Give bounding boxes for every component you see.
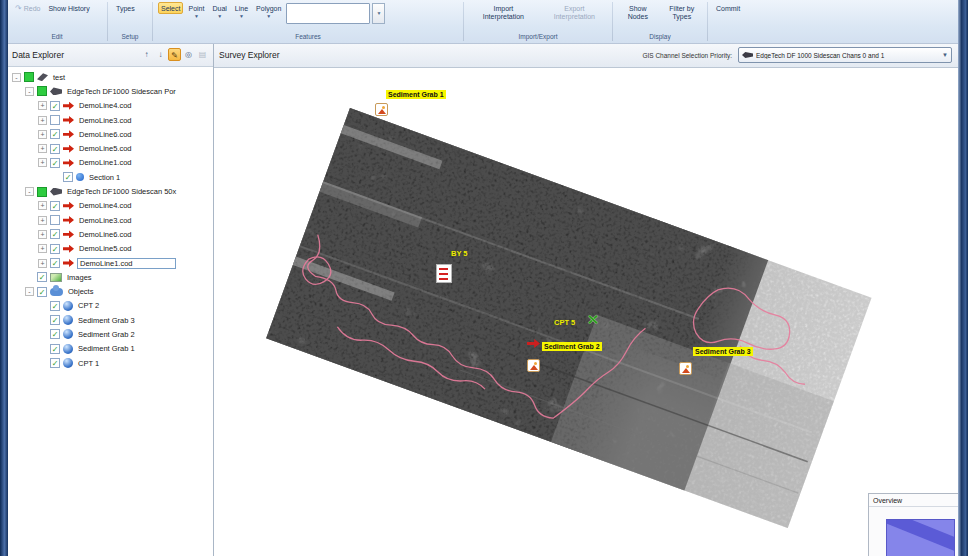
tree-item-demoline5-cod[interactable]: +✓DemoLine5.cod: [8, 242, 213, 256]
ribbon-button-export-interpretation[interactable]: Export Interpretation: [540, 2, 609, 22]
tree-item-cpt-2[interactable]: ✓CPT 2: [8, 299, 213, 313]
list-view-icon[interactable]: ▤: [196, 48, 209, 61]
ribbon-button-redo[interactable]: ↷Redo: [12, 2, 43, 14]
ribbon-button-import-interpretation[interactable]: Import Interpretation: [469, 2, 538, 22]
star-marker-icon[interactable]: [587, 314, 598, 325]
expander-icon[interactable]: +: [38, 144, 47, 153]
tree-item-label[interactable]: Sediment Grab 2: [76, 330, 137, 339]
tree-item-demoline3-cod[interactable]: +DemoLine3.cod: [8, 113, 213, 127]
checkbox[interactable]: ✓: [37, 272, 47, 282]
map-label-cpt-5[interactable]: CPT 5: [554, 318, 575, 327]
ribbon-button-filter-by-types[interactable]: Filter by Types: [660, 2, 704, 22]
edit-tool-icon[interactable]: ✎: [168, 48, 181, 61]
tree-item-demoline4-cod[interactable]: +✓DemoLine4.cod: [8, 199, 213, 213]
tree-item-label[interactable]: CPT 1: [76, 359, 101, 368]
tree-item-label[interactable]: DemoLine5.cod: [77, 244, 134, 253]
expander-icon[interactable]: +: [38, 158, 47, 167]
ribbon-button-commit[interactable]: Commit: [713, 2, 743, 14]
contact-marker-icon[interactable]: [436, 264, 452, 283]
grab-marker-icon[interactable]: [375, 103, 388, 116]
map-label-sediment-grab-1[interactable]: Sediment Grab 1: [386, 90, 446, 99]
tree-item-demoline1-cod[interactable]: +✓DemoLine1.cod: [8, 156, 213, 170]
expander-icon[interactable]: -: [12, 73, 21, 82]
ribbon-button-point[interactable]: Point▼: [185, 2, 207, 20]
tree-item-demoline6-cod[interactable]: +✓DemoLine6.cod: [8, 227, 213, 241]
checkbox[interactable]: [50, 115, 60, 125]
tree-item-label[interactable]: DemoLine3.cod: [77, 216, 134, 225]
ribbon-button-select[interactable]: Select: [158, 2, 183, 14]
checkbox[interactable]: ✓: [50, 301, 60, 311]
expander-icon[interactable]: +: [38, 216, 47, 225]
tree-item-label[interactable]: Sediment Grab 1: [76, 344, 137, 353]
expander-icon[interactable]: +: [38, 130, 47, 139]
ribbon-button-show-nodes[interactable]: Show Nodes: [618, 2, 658, 22]
map-label-sediment-grab-3[interactable]: Sediment Grab 3: [693, 347, 753, 356]
checkbox[interactable]: ✓: [50, 158, 60, 168]
expander-icon[interactable]: +: [38, 201, 47, 210]
tree-item-edgetech-df1000-sidescan-50x[interactable]: -EdgeTech DF1000 Sidescan 50x: [8, 184, 213, 198]
window-scrollbar-right[interactable]: [958, 0, 968, 556]
tree-item-section-1[interactable]: ✓Section 1: [8, 170, 213, 184]
move-up-icon[interactable]: ↑: [140, 48, 153, 61]
map-label-sediment-grab-2[interactable]: Sediment Grab 2: [542, 342, 602, 351]
checkbox[interactable]: ✓: [63, 172, 73, 182]
locate-icon[interactable]: ◎: [182, 48, 195, 61]
tree-item-label[interactable]: CPT 2: [76, 301, 101, 310]
expander-icon[interactable]: +: [38, 230, 47, 239]
tree-item-label[interactable]: DemoLine1.cod: [77, 258, 176, 269]
tree-item-demoline6-cod[interactable]: +✓DemoLine6.cod: [8, 127, 213, 141]
checkbox[interactable]: ✓: [50, 329, 60, 339]
tree-item-label[interactable]: EdgeTech DF1000 Sidescan Por: [65, 87, 178, 96]
ribbon-button-line[interactable]: Line▼: [232, 2, 251, 20]
tree-item-label[interactable]: Sediment Grab 3: [76, 316, 137, 325]
map-label-by-5[interactable]: BY 5: [451, 249, 468, 258]
tree-item-label[interactable]: DemoLine5.cod: [77, 144, 134, 153]
grab-marker-icon[interactable]: [679, 362, 692, 375]
expander-icon[interactable]: -: [25, 187, 34, 196]
ribbon-button-show-history[interactable]: Show History: [45, 2, 92, 14]
tree-item-label[interactable]: DemoLine6.cod: [77, 130, 134, 139]
tree-item-images[interactable]: ✓Images: [8, 270, 213, 284]
tree-item-sediment-grab-3[interactable]: ✓Sediment Grab 3: [8, 313, 213, 327]
checkbox[interactable]: ✓: [50, 358, 60, 368]
tree-item-objects[interactable]: -✓Objects: [8, 284, 213, 298]
tree-item-demoline5-cod[interactable]: +✓DemoLine5.cod: [8, 141, 213, 155]
tree-item-demoline1-cod[interactable]: +✓DemoLine1.cod: [8, 256, 213, 270]
checkbox[interactable]: ✓: [50, 129, 60, 139]
overview-map[interactable]: [886, 519, 955, 556]
tree-item-label[interactable]: EdgeTech DF1000 Sidescan 50x: [65, 187, 178, 196]
tree-item-label[interactable]: Images: [65, 273, 94, 282]
group-color-checkbox[interactable]: [37, 187, 47, 197]
checkbox[interactable]: ✓: [37, 287, 47, 297]
expander-icon[interactable]: -: [25, 287, 34, 296]
checkbox[interactable]: [50, 215, 60, 225]
tree-item-label[interactable]: test: [51, 73, 67, 82]
group-color-checkbox[interactable]: [37, 86, 47, 96]
tree-item-label[interactable]: DemoLine1.cod: [77, 158, 134, 167]
ribbon-button-types[interactable]: Types: [113, 2, 138, 14]
tree-item-edgetech-df1000-sidescan-por[interactable]: -EdgeTech DF1000 Sidescan Por: [8, 84, 213, 98]
expander-icon[interactable]: +: [38, 244, 47, 253]
tree-item-label[interactable]: Section 1: [87, 173, 122, 182]
channel-priority-dropdown[interactable]: EdgeTech DF 1000 Sidescan Chans 0 and 1 …: [738, 47, 952, 63]
checkbox[interactable]: ✓: [50, 244, 60, 254]
tree-item-test[interactable]: -test: [8, 70, 213, 84]
tree-item-label[interactable]: DemoLine4.cod: [77, 201, 134, 210]
tree-item-sediment-grab-1[interactable]: ✓Sediment Grab 1: [8, 342, 213, 356]
move-down-icon[interactable]: ↓: [154, 48, 167, 61]
features-combobox[interactable]: [286, 3, 370, 24]
survey-canvas[interactable]: Overview Sediment Grab 1BY 5CPT 5Sedimen…: [213, 68, 958, 556]
expander-icon[interactable]: +: [38, 259, 47, 268]
checkbox[interactable]: ✓: [50, 258, 60, 268]
tree-item-label[interactable]: DemoLine3.cod: [77, 116, 134, 125]
combobox-spinner[interactable]: ▼: [372, 3, 385, 24]
checkbox[interactable]: ✓: [50, 229, 60, 239]
grab-marker-icon[interactable]: [527, 359, 540, 372]
expander-icon[interactable]: +: [38, 116, 47, 125]
sonar-mosaic[interactable]: [213, 68, 958, 556]
expander-icon[interactable]: -: [25, 87, 34, 96]
tree-item-label[interactable]: DemoLine6.cod: [77, 230, 134, 239]
checkbox[interactable]: ✓: [50, 315, 60, 325]
checkbox[interactable]: ✓: [50, 201, 60, 211]
checkbox[interactable]: ✓: [50, 344, 60, 354]
